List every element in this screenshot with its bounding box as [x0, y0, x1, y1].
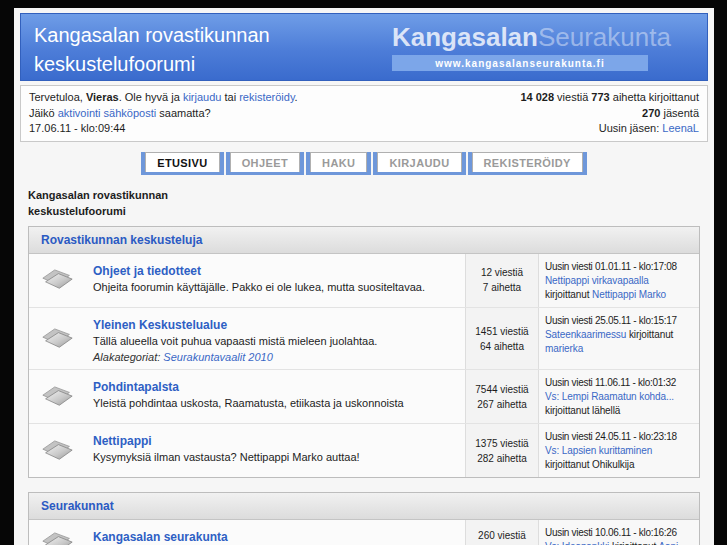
stats-topics: 267 aihetta — [477, 397, 527, 412]
lastpost-detail: Vs: Ideapankki kirjoittanut Aani — [545, 540, 695, 545]
tab-rekisteroidy[interactable]: REKISTERÖIDY — [468, 152, 587, 175]
lastpost-topic-link[interactable]: Nettipappi virkavapaalla — [545, 275, 649, 286]
folder-icon — [29, 520, 85, 545]
board-row-pohdintapalsta: Pohdintapalsta Yleistä pohdintaa uskosta… — [29, 369, 699, 423]
seurakunta-logo: KangasalanSeurakunta www.kangasalanseura… — [392, 23, 704, 71]
lastpost-time: Uusin viesti 10.06.11 - klo:16:26 — [545, 526, 695, 540]
lastpost-topic-link[interactable]: Vs: Lapsien kurittaminen — [545, 445, 652, 456]
stat-member-count: 270 — [642, 107, 660, 119]
board-link-pohdintapalsta[interactable]: Pohdintapalsta — [93, 380, 179, 394]
stats-line-messages: 14 028 viestiä 773 aihetta kirjoittanut — [520, 90, 699, 106]
board-row-nettipappi: Nettipappi Kysymyksiä ilman vastausta? N… — [29, 423, 699, 477]
board-info: Yleinen Keskustelualue Tällä alueella vo… — [85, 308, 465, 369]
category-title: Rovastikunnan keskusteluja — [29, 227, 699, 254]
forum-page: Kangasalan rovastikunnan keskustelufooru… — [14, 8, 714, 545]
lastpost-author-link[interactable]: marierka — [545, 343, 583, 354]
board-lastpost: Uusin viesti 11.06.11 - klo:01:32 Vs: Le… — [539, 370, 699, 423]
guest-name: Vieras — [86, 91, 119, 103]
breadcrumb-line1: Kangasalan rovastikunnan — [28, 187, 714, 204]
board-stats: 1375 viestiä 282 aihetta — [465, 424, 539, 477]
forum-stats: 14 028 viestiä 773 aihetta kirjoittanut … — [520, 90, 699, 137]
board-link-nettipappi[interactable]: Nettipappi — [93, 434, 152, 448]
stats-posts: 7544 viestiä — [475, 382, 528, 397]
stats-topics: 7 aihetta — [483, 280, 521, 295]
board-link-ohjeet-ja-tiedotteet[interactable]: Ohjeet ja tiedotteet — [93, 264, 201, 278]
forum-header: Kangasalan rovastikunnan keskustelufooru… — [20, 13, 708, 81]
stats-posts: 12 viestiä — [481, 265, 523, 280]
activation-email-link[interactable]: aktivointi sähköposti — [58, 107, 156, 119]
seurakunta-logo-text: KangasalanSeurakunta — [392, 23, 704, 52]
board-row-yleinen-keskustelualue: Yleinen Keskustelualue Tällä alueella vo… — [29, 307, 699, 369]
lastpost-author: Ohikulkija — [592, 459, 634, 470]
lastpost-detail: Vs: Lapsien kurittaminen kirjoittanut Oh… — [545, 444, 695, 472]
lastpost-detail: Sateenkaarimessu kirjoittanut marierka — [545, 328, 695, 356]
stats-posts: 260 viestiä — [478, 528, 526, 543]
newest-member-link[interactable]: LeenaL — [662, 122, 699, 134]
board-description: Tällä alueella voit puhua vapaasti mistä… — [93, 334, 457, 349]
lastpost-author-link[interactable]: Aani — [658, 541, 678, 545]
lastpost-author: lähellä — [592, 405, 620, 416]
lastpost-time: Uusin viesti 24.05.11 - klo:23:18 — [545, 430, 695, 444]
board-row-ohjeet-ja-tiedotteet: Ohjeet ja tiedotteet Ohjeita foorumin kä… — [29, 254, 699, 307]
welcome-line1: Tervetuloa, Vieras. Ole hyvä ja kirjaudu… — [29, 90, 298, 106]
board-stats: 12 viestiä 7 aihetta — [465, 254, 539, 307]
lastpost-detail: Nettipappi virkavapaalla kirjoittanut Ne… — [545, 274, 695, 302]
stats-posts: 1451 viestiä — [475, 324, 528, 339]
board-stats: 1451 viestiä 64 aihetta — [465, 308, 539, 369]
board-link-yleinen-keskustelualue[interactable]: Yleinen Keskustelualue — [93, 318, 227, 332]
stats-posts: 1375 viestiä — [475, 436, 528, 451]
board-stats: 260 viestiä 17 aihetta — [465, 520, 539, 545]
folder-icon — [29, 370, 85, 423]
stat-message-count: 14 028 — [520, 91, 554, 103]
board-description: Yleistä pohdintaa uskosta, Raamatusta, e… — [93, 396, 457, 411]
folder-icon — [29, 254, 85, 307]
lastpost-topic-link[interactable]: Vs: Lempi Raamatun kohda... — [545, 391, 674, 402]
tab-kirjaudu[interactable]: KIRJAUDU — [373, 152, 465, 175]
folder-icon — [29, 424, 85, 477]
tab-ohjeet[interactable]: OHJEET — [226, 152, 304, 175]
board-lastpost: Uusin viesti 10.06.11 - klo:16:26 Vs: Id… — [539, 520, 699, 545]
logo-word-kangasalan: Kangasalan — [392, 22, 538, 52]
tab-haku[interactable]: HAKU — [306, 152, 371, 175]
stats-line-members: 270 jäsentä — [520, 106, 699, 122]
stats-topics: 282 aihetta — [477, 451, 527, 466]
register-link[interactable]: rekisteröidy — [239, 91, 294, 103]
welcome-period: . — [295, 91, 298, 103]
stat-topic-count: 773 — [591, 91, 609, 103]
activation-post: saamatta? — [156, 107, 210, 119]
board-info: Kangasalan seurakunta Alakategoriat: Nuo… — [85, 520, 465, 545]
stats-line-newest: Uusin jäsen: LeenaL — [520, 121, 699, 137]
board-info: Pohdintapalsta Yleistä pohdintaa uskosta… — [85, 370, 465, 423]
logo-site-url[interactable]: www.kangasalanseurakunta.fi — [392, 55, 648, 71]
subcategory-link-seurakuntavaalit-2010[interactable]: Seurakuntavaalit 2010 — [163, 351, 272, 363]
board-info: Ohjeet ja tiedotteet Ohjeita foorumin kä… — [85, 254, 465, 307]
board-description: Ohjeita foorumin käyttäjälle. Pakko ei o… — [93, 280, 457, 295]
board-row-kangasalan-seurakunta: Kangasalan seurakunta Alakategoriat: Nuo… — [29, 520, 699, 545]
activation-line: Jäikö aktivointi sähköposti saamatta? — [29, 106, 298, 122]
breadcrumb[interactable]: Kangasalan rovastikunnan keskustelufooru… — [28, 187, 714, 220]
welcome-text: . Ole hyvä ja — [119, 91, 183, 103]
category-title: Seurakunnat — [29, 493, 699, 520]
board-description: Kysymyksiä ilman vastausta? Nettipappi M… — [93, 450, 457, 465]
stats-topics: 64 aihetta — [480, 339, 524, 354]
breadcrumb-line2: keskustelufoorumi — [28, 203, 714, 220]
lastpost-topic-link[interactable]: Sateenkaarimessu — [545, 329, 626, 340]
board-subcategories: Alakategoriat: Seurakuntavaalit 2010 — [93, 351, 457, 363]
lastpost-topic-link[interactable]: Vs: Ideapankki — [545, 541, 609, 545]
board-lastpost: Uusin viesti 25.05.11 - klo:15:17 Sateen… — [539, 308, 699, 369]
main-nav: ETUSIVUOHJEETHAKUKIRJAUDUREKISTERÖIDY — [14, 152, 714, 178]
lastpost-time: Uusin viesti 25.05.11 - klo:15:17 — [545, 314, 695, 328]
welcome-strip: Tervetuloa, Vieras. Ole hyvä ja kirjaudu… — [20, 85, 708, 142]
category-rovastikunnan-keskusteluja: Rovastikunnan keskusteluja Ohjeet ja tie… — [28, 226, 700, 478]
activation-pre: Jäikö — [29, 107, 58, 119]
login-link[interactable]: kirjaudu — [183, 91, 222, 103]
board-link-kangasalan-seurakunta[interactable]: Kangasalan seurakunta — [93, 530, 228, 544]
board-stats: 7544 viestiä 267 aihetta — [465, 370, 539, 423]
lastpost-time: Uusin viesti 01.01.11 - klo:17:08 — [545, 260, 695, 274]
lastpost-author-link[interactable]: Nettipappi Marko — [592, 289, 666, 300]
board-lastpost: Uusin viesti 01.01.11 - klo:17:08 Nettip… — [539, 254, 699, 307]
folder-icon — [29, 308, 85, 369]
welcome-greeting: Tervetuloa, — [29, 91, 86, 103]
board-lastpost: Uusin viesti 24.05.11 - klo:23:18 Vs: La… — [539, 424, 699, 477]
tab-etusivu[interactable]: ETUSIVU — [141, 152, 223, 175]
